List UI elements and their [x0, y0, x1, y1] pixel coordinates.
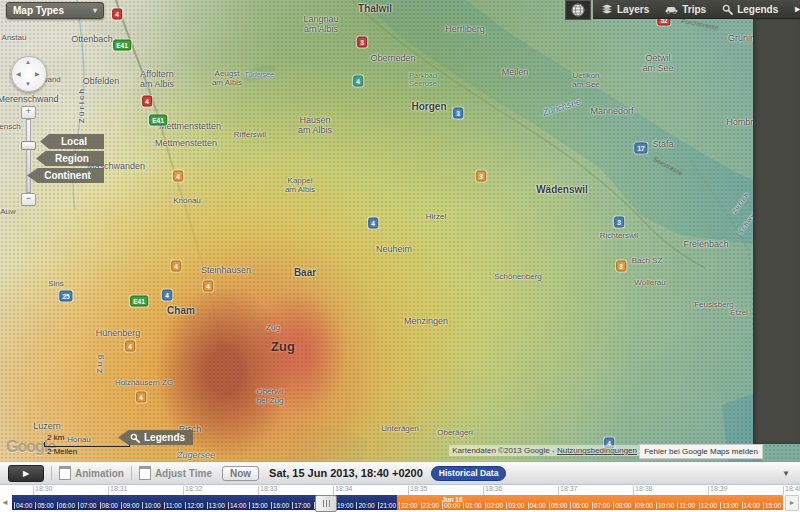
zoom-in-button[interactable]: +: [21, 106, 36, 119]
continent-button[interactable]: Continent: [27, 168, 104, 183]
calendar-icon: [139, 466, 151, 480]
town-label: Feusisberg: [694, 301, 734, 310]
town-label: Anstau: [2, 34, 27, 43]
town-label: Meilen: [502, 68, 529, 78]
town-label: Cham: [167, 305, 195, 316]
town-label: Oberwil bei Zug: [256, 388, 283, 406]
zoom-slider-track[interactable]: [26, 119, 31, 193]
road-shield: 4: [112, 9, 122, 20]
town-label: Sins: [48, 280, 64, 289]
collapsed-side-panel[interactable]: [753, 18, 800, 444]
timeline-handle[interactable]: [315, 495, 337, 512]
trips-label: Trips: [682, 4, 706, 15]
town-label: Oetwil am See: [642, 54, 673, 74]
town-label: Horgen: [412, 101, 447, 112]
ruler-tick-label: 18:32: [185, 485, 203, 492]
panel-expand-icon[interactable]: ►: [786, 4, 800, 14]
town-label: Aeugst am Albis: [212, 70, 242, 88]
water-label: Türlersee: [244, 71, 274, 79]
map-types-button[interactable]: Map Types ▾: [6, 2, 104, 19]
road-shield: 3: [616, 261, 626, 272]
town-label: Holzhäusern ZG: [115, 379, 173, 388]
town-label: Thalwil: [358, 3, 392, 14]
adjust-time-button[interactable]: Adjust Time: [139, 466, 212, 480]
hour-timeline: ◄ 04:0005:0006:0007:0008:0009:0010:0011:…: [0, 495, 800, 510]
town-label: Zug: [271, 340, 295, 354]
town-label: Merenschwand: [0, 95, 59, 105]
zoom-control: + −: [21, 106, 35, 206]
ruler-tick-label: 18:30: [35, 485, 53, 492]
town-label: Affoltern am Albis: [140, 70, 174, 90]
animation-button[interactable]: Animation: [59, 466, 124, 480]
town-label: Unterägeri: [381, 425, 418, 434]
town-label: Rifferswil: [234, 131, 266, 140]
ruler-tick-label: 18:40: [785, 485, 800, 492]
historical-data-badge: Historical Data: [431, 466, 507, 481]
town-label: Langnau am Albis: [303, 15, 338, 35]
report-error-link[interactable]: Fehler bei Google Maps melden: [639, 444, 763, 459]
map-types-label: Map Types: [13, 5, 64, 16]
town-label: Uetikon am See: [572, 72, 600, 90]
car-icon: [665, 5, 678, 14]
terms-link[interactable]: Nutzungsbedingungen: [557, 446, 637, 455]
pan-right-icon[interactable]: ▶: [35, 70, 40, 77]
timeline-scroll-right-icon[interactable]: ►: [785, 495, 799, 511]
timeline-past-segment[interactable]: [12, 495, 397, 510]
current-datetime: Sat, 15 Jun 2013, 18:40 +0200: [269, 467, 423, 479]
zoom-slider-thumb[interactable]: [21, 141, 36, 150]
town-label: Schönenberg: [494, 273, 542, 282]
timeline-scroll-left-icon[interactable]: ◄: [1, 498, 9, 507]
road-shield: 4: [162, 290, 172, 301]
pan-left-icon[interactable]: ◀: [16, 70, 21, 77]
town-label: Oberrieden: [370, 54, 415, 64]
ruler-tick: [708, 486, 709, 495]
ruler-tick: [483, 486, 484, 495]
road-shield: 4: [125, 341, 135, 352]
adjust-time-label: Adjust Time: [155, 468, 212, 479]
town-label: Wollerau: [634, 279, 665, 288]
pan-control[interactable]: ▲ ▼ ◀ ▶: [11, 56, 47, 92]
water-label: Zugersee: [177, 451, 215, 461]
pan-down-icon[interactable]: ▼: [25, 81, 31, 87]
town-label: Männedorf: [590, 107, 633, 117]
road-shield: 4: [136, 392, 146, 403]
town-label: Richterswil: [600, 232, 639, 241]
controlbar-dropdown-icon[interactable]: ▼: [782, 469, 790, 478]
town-label: Neuheim: [376, 245, 412, 255]
road-shield: 3: [357, 37, 367, 48]
globe-badge[interactable]: [565, 0, 591, 20]
town-label: Herrliberg: [445, 25, 485, 35]
legends-toolbar-button[interactable]: Legends: [714, 0, 786, 18]
town-label: Stäfa: [652, 140, 673, 150]
road-shield: E41: [113, 40, 131, 51]
legends-map-label: Legends: [144, 432, 185, 443]
region-button[interactable]: Region: [36, 151, 104, 166]
road-shield: E41: [130, 296, 148, 307]
town-label: Etzel: [730, 309, 748, 318]
town-label: Obfelden: [83, 77, 120, 87]
layers-button[interactable]: Layers: [593, 0, 657, 18]
road-shield: 4: [142, 96, 152, 107]
road-shield: 4: [353, 76, 363, 87]
town-label: Kappel am Albis: [285, 177, 315, 195]
road-shield: 4: [368, 218, 378, 229]
play-button[interactable]: ▶: [8, 465, 44, 482]
magnifier-icon: [722, 4, 733, 15]
playback-control-bar: ▶ Animation Adjust Time Now Sat, 15 Jun …: [0, 462, 800, 485]
local-button[interactable]: Local: [40, 134, 104, 149]
road-shield: 3: [476, 171, 486, 182]
road-shield: 4: [203, 281, 213, 292]
town-label: Hünenberg: [96, 329, 141, 339]
magnifier-icon: [130, 433, 140, 443]
zoom-out-button[interactable]: −: [21, 193, 36, 206]
trips-button[interactable]: Trips: [657, 0, 714, 18]
canton-label: Zug: [96, 353, 105, 374]
pan-up-icon[interactable]: ▲: [25, 59, 31, 65]
map-canvas[interactable]: AnstauOttenbachschwandObfeldenMerenschwa…: [0, 0, 800, 462]
legends-map-button[interactable]: Legends: [118, 430, 193, 445]
ruler-tick-label: 18:36: [485, 485, 503, 492]
now-button[interactable]: Now: [222, 466, 259, 481]
weather-map-app: AnstauOttenbachschwandObfeldenMerenschwa…: [0, 0, 800, 512]
top-toolbar: Layers Trips Legends: [593, 0, 800, 19]
poi-label: Parkbad Seerose: [409, 72, 437, 89]
